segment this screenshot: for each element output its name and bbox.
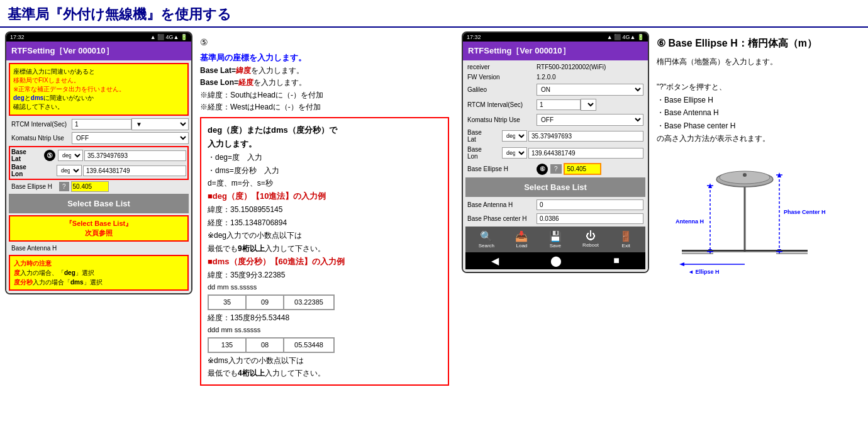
phone2-ellipse-input[interactable]	[564, 163, 601, 175]
svg-point-4	[743, 173, 747, 177]
rtcm-row: RTCM Interval(Sec) ▼	[9, 118, 189, 130]
phone2-komatsu-select[interactable]: OFF	[537, 114, 643, 126]
inst-section1-title: ■deg（度）【10進法】の入力例	[208, 189, 442, 203]
inst-note4: 最低でも9桁以上入力して下さい。	[208, 242, 442, 255]
phone2-base-phase-input[interactable]	[537, 213, 643, 224]
ellipse-row: Base Ellipse H ?	[9, 181, 189, 192]
dms-header2: ddd mm ss.sssss	[208, 324, 442, 336]
phone2-base-lon-label: BaseLon	[467, 146, 502, 160]
phone2-mockup: 17:32 ▲ ⬛ 4G▲ 🔋 RTFSetting［Ver 000010］ r…	[462, 31, 649, 273]
svg-marker-18	[679, 262, 684, 266]
lon1: 経度：135.1348706894	[208, 216, 442, 229]
select-base-list-button[interactable]: Select Base List	[9, 194, 189, 213]
dms-grid-1: 35 09 03.22385	[208, 294, 335, 310]
lon2: 経度：135度8分5.53448	[208, 311, 442, 324]
phone2-galileo-row: Galileo ONOFF	[465, 83, 645, 96]
inst-title: 基準局の座標を入力します。	[200, 52, 449, 65]
phone2-receiver-label: receiver	[467, 64, 537, 70]
phone2-question-button[interactable]: ?	[550, 164, 562, 174]
phone2-lat-input[interactable]	[528, 131, 643, 142]
phone2-select-base-list-button[interactable]: Select Base List	[465, 177, 645, 197]
antenna-diagram-container: Phase Center H Antenna H ◄ Ellipse H	[657, 151, 833, 277]
inst-section2-title: ■dms（度分秒）【60進法】の入力例	[208, 255, 442, 269]
exit-icon: 🚪	[620, 230, 632, 242]
phone2-ellipse-row: Base Ellipse H ⑥ ?	[465, 162, 645, 176]
phone2-receiver-row: receiver RTF500-20120002(WiFi)	[465, 63, 645, 71]
ellipse-input[interactable]	[71, 181, 109, 192]
inst-note2: ※経度：WestはHeadに（-）を付加	[200, 101, 449, 113]
inst-base-lon: Base Lon=経度を入力します。	[200, 77, 449, 89]
komatsu-label: Komatsu Ntrip Use	[9, 133, 72, 143]
reboot-icon: ⏻	[586, 230, 596, 242]
phone2-base-lat-row: BaseLat deg	[465, 128, 645, 143]
phone2-base-antenna-label: Base Antenna H	[467, 201, 537, 208]
warning-box: 座標値入力に間違いがあると 移動局でFIXしません。 ※正常な補正データ出力を行…	[9, 63, 189, 116]
phone1-title-bar: RTFSetting［Ver 000010］	[6, 42, 191, 60]
komatsu-row: Komatsu Ntrip Use OFF	[9, 132, 189, 144]
phone2-rtcm-row: RTCM Interval(Sec) ▼	[465, 98, 645, 111]
rtcm-select[interactable]: ▼	[131, 118, 189, 130]
phone2-ellipse-label: Base Ellipse H	[467, 165, 537, 172]
inst-circle-num: ⑤	[200, 35, 449, 49]
phone2-rtcm-select[interactable]: ▼	[581, 99, 596, 111]
page-title: 基準局『外付け無線機』を使用する	[0, 0, 868, 28]
base-lon-label: BaseLon	[11, 164, 43, 177]
phone2-lat-deg-select[interactable]: deg	[502, 130, 527, 142]
phone2-status-bar: 17:32 ▲ ⬛ 4G▲ 🔋	[463, 33, 648, 42]
save-icon: 💾	[549, 230, 562, 242]
phone2-fw-label: FW Version	[467, 74, 537, 81]
lat2: 緯度：35度9分3.22385	[208, 269, 442, 281]
instruction-panel: ⑤ 基準局の座標を入力します。 Base Lat=緯度を入力します。 Base …	[192, 31, 457, 393]
toolbar-save-btn[interactable]: 💾 Save	[545, 229, 565, 250]
base-antenna-label: Base Antenna H	[9, 244, 72, 253]
phone2-base-antenna-input[interactable]	[537, 199, 643, 210]
phone2-base-lon-row: BaseLon deg	[465, 145, 645, 160]
phone1-status-bar: 17:32 ▲ ⬛ 4G▲ 🔋	[6, 33, 191, 42]
lon-deg-select[interactable]: degdms	[57, 165, 82, 176]
phone2-rtcm-label: RTCM Interval(Sec)	[467, 101, 537, 108]
phone2-lon-deg-select[interactable]: deg	[502, 147, 527, 159]
rtcm-input[interactable]	[72, 119, 131, 130]
lon-input[interactable]	[83, 165, 186, 176]
entry-note-box: 入力時の注意 度入力の場合、「deg」選択 度分秒入力の場合「dms」選択	[9, 255, 189, 291]
inst-note1: ※緯度：SouthはHeadに（-）を付加	[200, 89, 449, 101]
ellipse-label: Base Ellipse H	[9, 182, 59, 191]
phone2-fw-row: FW Version 1.2.0.0	[465, 73, 645, 81]
lat1: 緯度：35.1508955145	[208, 203, 442, 216]
phone2-fw-value: 1.2.0.0	[537, 74, 556, 81]
question-button[interactable]: ?	[59, 182, 69, 191]
phone2-lon-input[interactable]	[528, 148, 643, 159]
inst-base-lat: Base Lat=緯度を入力します。	[200, 65, 449, 77]
svg-text:◄ Ellipse H: ◄ Ellipse H	[688, 269, 719, 275]
komatsu-select[interactable]: OFF	[72, 132, 189, 144]
phone2-base-antenna-row: Base Antenna H	[465, 199, 645, 211]
nav-home-btn[interactable]: ⬤	[550, 255, 562, 267]
phone2-galileo-select[interactable]: ONOFF	[537, 84, 643, 96]
phone2-galileo-label: Galileo	[467, 86, 537, 93]
phone2-komatsu-label: Komatsu Ntrip Use	[467, 116, 537, 123]
right-body: 楕円体高（地盤高）を入力します。 "?"ボタンを押すと、 ・Base Ellip…	[657, 55, 855, 145]
nav-back-btn[interactable]: ◀	[491, 255, 499, 267]
phone2-rtcm-input[interactable]	[537, 99, 581, 110]
toolbar-load-btn[interactable]: 📥 Load	[511, 229, 531, 250]
circle-5-badge: ⑤	[44, 150, 55, 161]
toolbar-exit-btn[interactable]: 🚪 Exit	[616, 229, 636, 250]
lat-input[interactable]	[84, 150, 186, 161]
phone2-base-phase-label: Base Phase center H	[467, 215, 537, 222]
right-title: ⑥ Base Ellipse H：楕円体高（m）	[657, 35, 855, 52]
nav-square-btn[interactable]: ■	[613, 255, 620, 267]
toolbar-reboot-btn[interactable]: ⏻ Reboot	[579, 229, 603, 250]
svg-text:Phase Center H: Phase Center H	[784, 209, 826, 215]
bottom-toolbar: 🔍 Search 📥 Load 💾 Save ⏻ Reboot 🚪	[465, 227, 645, 252]
toolbar-search-btn[interactable]: 🔍 Search	[475, 229, 498, 250]
phone2-base-phase-row: Base Phase center H	[465, 213, 645, 225]
inst-box: deg（度）またはdms（度分秒）で入力します。 ・deg=度 入力 ・dms=…	[200, 117, 449, 386]
right-panel: ⑥ Base Ellipse H：楕円体高（m） 楕円体高（地盤高）を入力します…	[649, 31, 863, 281]
phone2-title-bar: RTFSetting［Ver 000010］	[463, 42, 648, 60]
search-icon: 🔍	[480, 230, 492, 242]
base-lat-section: BaseLat ⑤ degdms BaseLon degdms	[9, 146, 189, 180]
phone2-komatsu-row: Komatsu Ntrip Use OFF	[465, 113, 645, 126]
load-icon: 📥	[515, 230, 528, 242]
dms-header1: dd mm ss.sssss	[208, 281, 442, 293]
lat-deg-select[interactable]: degdms	[58, 150, 83, 161]
